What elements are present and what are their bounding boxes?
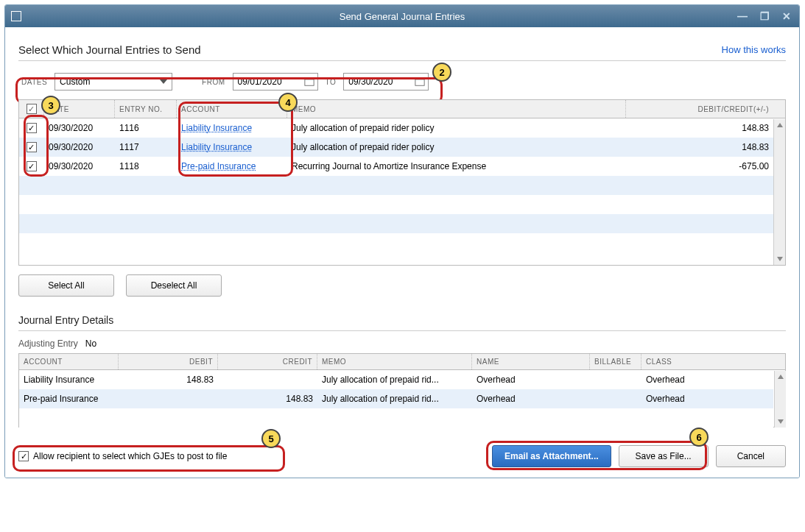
cell-date: 09/30/2020 <box>44 157 115 176</box>
cell-amount: 148.83 <box>626 138 773 157</box>
row-checkbox[interactable]: ✓ <box>27 142 37 152</box>
dcell-name: Overhead <box>472 370 590 389</box>
dcell-billable <box>590 389 641 408</box>
col-memo[interactable]: MEMO <box>287 100 626 118</box>
callout-number-6: 6 <box>689 428 709 447</box>
col-entry[interactable]: ENTRY NO. <box>115 100 177 118</box>
table-row[interactable]: ✓ 09/30/2020 1117 Liability Insurance Ju… <box>19 138 773 157</box>
cell-memo: Recurring Journal to Amortize Insurance … <box>287 157 626 176</box>
select-all-button[interactable]: Select All <box>18 274 114 297</box>
cell-memo: July allocation of prepaid rider policy <box>287 138 626 157</box>
window-title: Send General Journal Entries <box>5 11 799 22</box>
svg-marker-7 <box>778 419 784 424</box>
row-checkbox[interactable]: ✓ <box>27 161 37 171</box>
to-date-input[interactable]: 09/30/2020 <box>343 73 429 91</box>
dcell-class: Overhead <box>641 370 773 389</box>
header-checkbox[interactable]: ✓ <box>19 100 44 118</box>
dcell-credit: 148.83 <box>218 389 317 408</box>
cell-amount: 148.83 <box>626 118 773 138</box>
scrollbar[interactable] <box>774 371 786 428</box>
cell-date: 09/30/2020 <box>44 118 115 138</box>
chevron-down-icon <box>160 79 167 84</box>
titlebar: Send General Journal Entries — ❐ ✕ <box>5 5 799 27</box>
from-date-value: 09/01/2020 <box>238 77 282 87</box>
date-range-select[interactable]: Custom <box>55 73 172 91</box>
cell-entry: 1116 <box>115 118 177 138</box>
dcell-account: Liability Insurance <box>19 370 119 389</box>
to-date-value: 09/30/2020 <box>348 77 393 87</box>
svg-rect-1 <box>304 78 313 80</box>
cancel-button[interactable]: Cancel <box>716 445 786 467</box>
dcell-name: Overhead <box>472 389 590 408</box>
detail-row[interactable]: Liability Insurance 148.83 July allocati… <box>19 370 773 389</box>
cell-account-link[interactable]: Pre-paid Insurance <box>177 157 287 176</box>
allow-recipient-checkbox[interactable]: ✓ Allow recipient to select which GJEs t… <box>18 451 227 461</box>
scroll-down-icon[interactable] <box>774 253 785 265</box>
from-label: FROM <box>202 78 225 86</box>
calendar-icon[interactable] <box>415 77 425 87</box>
dcol-memo[interactable]: MEMO <box>317 354 472 369</box>
adjusting-entry-value: No <box>85 338 96 349</box>
maximize-button[interactable]: ❐ <box>756 10 773 23</box>
dcell-account: Pre-paid Insurance <box>19 389 119 408</box>
scroll-up-icon[interactable] <box>774 119 785 131</box>
dcell-credit <box>218 370 317 389</box>
date-range-value: Custom <box>60 77 90 87</box>
cell-account-link[interactable]: Liability Insurance <box>177 118 287 138</box>
scroll-up-icon[interactable] <box>775 371 786 383</box>
dates-label: DATES <box>21 78 47 86</box>
callout-number-5: 5 <box>261 429 281 448</box>
svg-marker-5 <box>777 257 783 261</box>
row-checkbox[interactable]: ✓ <box>27 123 37 133</box>
svg-rect-3 <box>415 78 424 80</box>
from-date-input[interactable]: 09/01/2020 <box>233 73 318 91</box>
detail-row[interactable]: Pre-paid Insurance 148.83 July allocatio… <box>19 389 773 408</box>
col-account[interactable]: ACCOUNT <box>177 100 287 118</box>
cell-entry: 1117 <box>115 138 177 157</box>
cell-memo: July allocation of prepaid rider policy <box>287 118 626 138</box>
checkbox-icon: ✓ <box>18 451 29 461</box>
dcol-debit[interactable]: DEBIT <box>119 354 218 369</box>
table-row-empty <box>19 195 773 214</box>
col-debit-credit[interactable]: DEBIT/CREDIT(+/-) <box>626 100 773 118</box>
detail-row-empty <box>19 408 773 428</box>
dcell-class: Overhead <box>641 389 773 408</box>
calendar-icon[interactable] <box>304 77 314 87</box>
window-frame: Send General Journal Entries — ❐ ✕ Selec… <box>4 4 800 478</box>
table-row[interactable]: ✓ 09/30/2020 1118 Pre-paid Insurance Rec… <box>19 157 773 176</box>
scrollbar[interactable] <box>773 119 785 265</box>
dcol-billable[interactable]: BILLABLE <box>590 354 641 369</box>
scroll-down-icon[interactable] <box>775 416 786 428</box>
callout-number-3: 3 <box>41 96 60 115</box>
minimize-button[interactable]: — <box>734 10 750 23</box>
close-button[interactable]: ✕ <box>778 10 795 23</box>
save-as-file-button[interactable]: Save as File... <box>619 445 709 467</box>
dcol-class[interactable]: CLASS <box>641 354 773 369</box>
dcell-debit: 148.83 <box>119 370 218 389</box>
dcell-billable <box>590 370 641 389</box>
table-row-empty <box>19 233 773 252</box>
dcell-memo: July allocation of prepaid rid... <box>317 389 472 408</box>
cell-account-link[interactable]: Liability Insurance <box>177 138 287 157</box>
dcell-memo: July allocation of prepaid rid... <box>317 370 472 389</box>
how-this-works-link[interactable]: How this works <box>722 44 786 55</box>
table-row-empty <box>19 176 773 195</box>
dcol-credit[interactable]: CREDIT <box>218 354 317 369</box>
cell-date: 09/30/2020 <box>44 138 115 157</box>
callout-number-2: 2 <box>432 63 451 82</box>
cell-entry: 1118 <box>115 157 177 176</box>
table-row[interactable]: ✓ 09/30/2020 1116 Liability Insurance Ju… <box>19 118 773 138</box>
to-label: TO <box>326 78 337 86</box>
details-title: Journal Entry Details <box>18 314 786 326</box>
adjusting-entry-label: Adjusting Entry <box>18 338 78 349</box>
cell-amount: -675.00 <box>626 157 773 176</box>
dcol-account[interactable]: ACCOUNT <box>19 354 119 369</box>
dcol-name[interactable]: NAME <box>472 354 590 369</box>
deselect-all-button[interactable]: Deselect All <box>126 274 222 297</box>
section-title: Select Which Journal Entries to Send <box>18 43 201 56</box>
svg-marker-4 <box>777 123 783 127</box>
svg-marker-6 <box>778 375 784 379</box>
email-attachment-button[interactable]: Email as Attachment... <box>492 445 611 467</box>
table-row-empty <box>19 214 773 233</box>
callout-number-4: 4 <box>278 93 298 112</box>
